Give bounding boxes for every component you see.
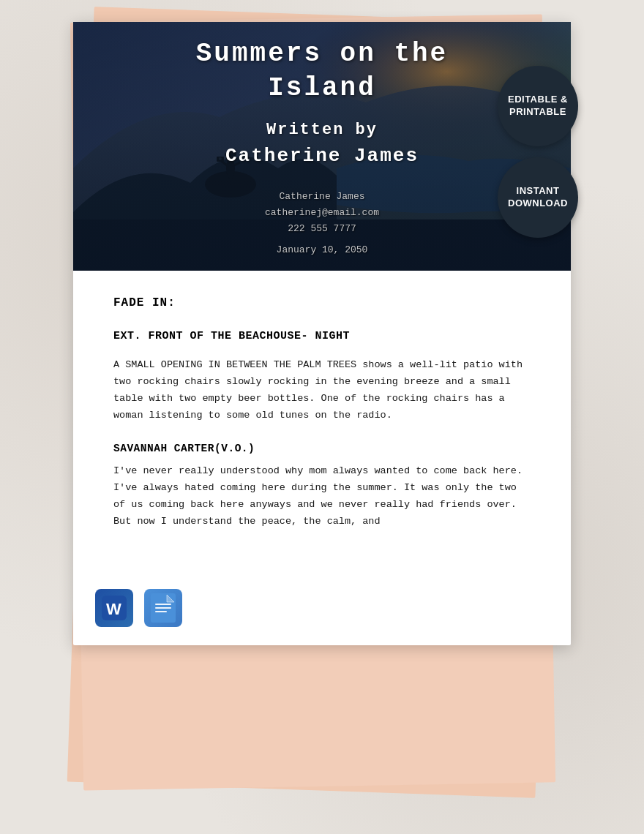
cover-title: Summers on theIsland (196, 37, 448, 106)
editable-printable-badge: EDITABLE &PRINTABLE (498, 66, 578, 146)
word-logo-svg: W (102, 596, 127, 620)
svg-rect-12 (155, 604, 171, 605)
action-paragraph: A SMALL OPENING IN BETWEEN THE PALM TREE… (113, 357, 531, 424)
fade-in-heading: FADE IN: (113, 296, 531, 309)
badge-editable-text: EDITABLE &PRINTABLE (508, 94, 568, 119)
cover-written-by: Written by (266, 121, 378, 139)
docs-logo-svg (151, 593, 176, 623)
contact-name: Catherine James (265, 189, 379, 205)
instant-download-badge: INSTANTDOWNLOAD (498, 157, 578, 238)
contact-email: catherinej@email.com (265, 205, 379, 221)
character-name: SAVANNAH CARTER(V.O.) (113, 443, 531, 454)
docs-icon (144, 589, 182, 627)
svg-rect-14 (155, 611, 167, 612)
svg-rect-13 (155, 607, 171, 609)
scene-heading: EXT. FRONT OF THE BEACHOUSE- NIGHT (113, 330, 531, 342)
cover-section: Summers on theIsland Written by Catherin… (73, 22, 571, 271)
contact-phone: 222 555 7777 (265, 221, 379, 237)
cover-author-name: Catherine James (225, 145, 419, 167)
script-content: FADE IN: EXT. FRONT OF THE BEACHOUSE- NI… (73, 271, 571, 574)
cover-text-block: Summers on theIsland Written by Catherin… (73, 22, 571, 271)
word-icon: W (95, 589, 133, 627)
badge-download-text: INSTANTDOWNLOAD (508, 185, 568, 210)
dialogue-text: I've never really understood why mom alw… (113, 463, 531, 530)
badge-container: EDITABLE &PRINTABLE INSTANTDOWNLOAD (498, 66, 578, 238)
svg-text:W: W (106, 600, 121, 618)
footer-icons: W (73, 574, 571, 645)
document: Summers on theIsland Written by Catherin… (73, 22, 571, 645)
cover-date: January 10, 2050 (277, 244, 368, 255)
cover-contact-info: Catherine James catherinej@email.com 222… (265, 189, 379, 237)
